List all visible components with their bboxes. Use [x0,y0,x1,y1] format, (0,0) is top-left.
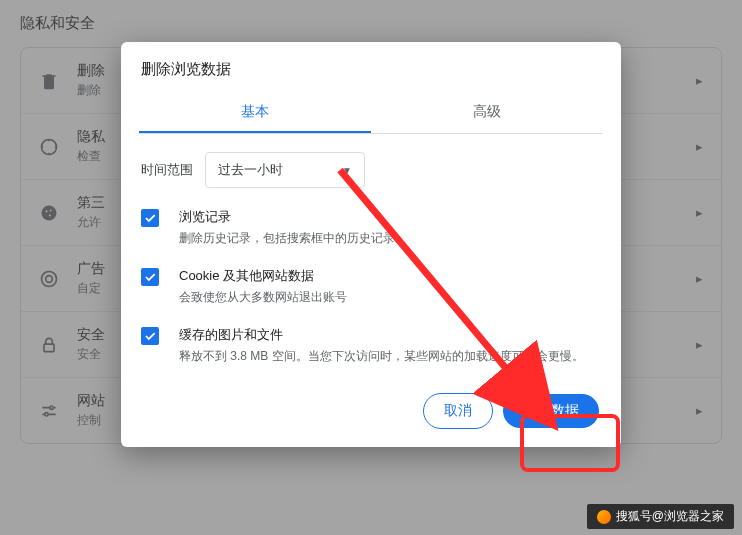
checkbox-cookies[interactable] [141,268,159,286]
dialog-title: 删除浏览数据 [121,42,621,93]
dialog-tabs: 基本 高级 [139,93,603,134]
check-title: 浏览记录 [179,208,601,226]
check-row-cookies: Cookie 及其他网站数据 会致使您从大多数网站退出账号 [121,257,621,316]
sohu-logo-icon [597,510,611,524]
checkbox-history[interactable] [141,209,159,227]
check-sub: 释放不到 3.8 MB 空间。当您下次访问时，某些网站的加载速度可能会更慢。 [179,347,601,365]
time-range-value: 过去一小时 [218,161,283,179]
check-sub: 会致使您从大多数网站退出账号 [179,288,601,306]
time-range-label: 时间范围 [141,161,193,179]
cancel-button[interactable]: 取消 [423,393,493,429]
caret-down-icon: ▼ [342,165,352,176]
watermark: 搜狐号@浏览器之家 [587,504,734,529]
tab-advanced[interactable]: 高级 [371,93,603,133]
checkbox-cache[interactable] [141,327,159,345]
watermark-text: 搜狐号@浏览器之家 [616,508,724,525]
check-title: 缓存的图片和文件 [179,326,601,344]
modal-overlay: 删除浏览数据 基本 高级 时间范围 过去一小时 ▼ 浏览记录 删除历史记录，包括… [0,0,742,535]
check-title: Cookie 及其他网站数据 [179,267,601,285]
check-sub: 删除历史记录，包括搜索框中的历史记录 [179,229,601,247]
check-row-cache: 缓存的图片和文件 释放不到 3.8 MB 空间。当您下次访问时，某些网站的加载速… [121,316,621,375]
clear-data-dialog: 删除浏览数据 基本 高级 时间范围 过去一小时 ▼ 浏览记录 删除历史记录，包括… [121,42,621,447]
tab-basic[interactable]: 基本 [139,93,371,133]
clear-data-button[interactable]: 删除数据 [503,394,599,428]
check-row-history: 浏览记录 删除历史记录，包括搜索框中的历史记录 [121,198,621,257]
time-range-select[interactable]: 过去一小时 ▼ [205,152,365,188]
